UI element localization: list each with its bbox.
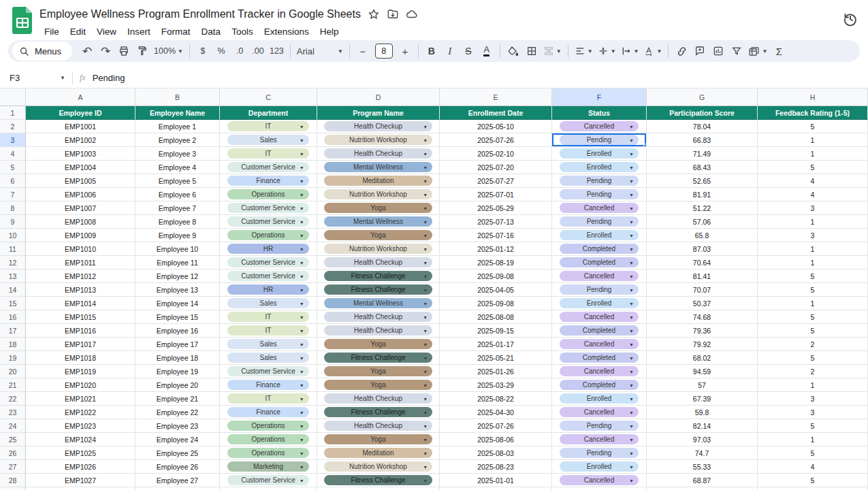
department-pill[interactable]: IT▼ bbox=[227, 393, 308, 404]
cell-H26-feedback-rating[interactable]: 5 bbox=[758, 446, 868, 460]
cell-C27-department[interactable]: Marketing▼ bbox=[220, 460, 317, 474]
percent-format-button[interactable]: % bbox=[212, 42, 230, 60]
cell-D4-program[interactable]: Health Checkup▼ bbox=[317, 147, 440, 161]
program-pill[interactable]: Nutrition Workshop▼ bbox=[324, 461, 432, 472]
document-title[interactable]: Employee Wellness Program Enrollment Tra… bbox=[39, 8, 361, 20]
functions-button[interactable]: Σ bbox=[770, 42, 788, 60]
department-pill[interactable]: Customer Service▼ bbox=[227, 162, 308, 172]
cell-F13-status[interactable]: Cancelled▼ bbox=[552, 270, 647, 283]
program-pill[interactable]: Health Checkup▼ bbox=[324, 312, 432, 322]
cell-G26-participation-score[interactable]: 74.7 bbox=[647, 446, 758, 460]
program-pill[interactable]: Health Checkup▼ bbox=[324, 393, 432, 404]
cell-H12-feedback-rating[interactable]: 1 bbox=[758, 256, 868, 270]
department-pill[interactable]: Customer Service▼ bbox=[227, 203, 308, 213]
cell-C19-department[interactable]: Sales▼ bbox=[220, 351, 317, 365]
program-pill[interactable]: Health Checkup▼ bbox=[324, 148, 432, 159]
program-pill[interactable]: Yoga▼ bbox=[324, 203, 432, 213]
row-header-18[interactable]: 18 bbox=[0, 338, 26, 351]
cell-D17-program[interactable]: Health Checkup▼ bbox=[317, 324, 440, 338]
cell-D9-program[interactable]: Mental Wellness▼ bbox=[317, 215, 440, 229]
cell-H4-feedback-rating[interactable]: 1 bbox=[758, 147, 868, 161]
cell-B25-employee-name[interactable]: Employee 24 bbox=[135, 433, 220, 446]
cell-F28-status[interactable]: Cancelled▼ bbox=[552, 474, 647, 487]
cell-C9-department[interactable]: Customer Service▼ bbox=[220, 215, 317, 229]
row-header-1[interactable]: 1 bbox=[0, 106, 26, 120]
column-header-D[interactable]: D bbox=[317, 88, 440, 106]
column-header-B[interactable]: B bbox=[135, 88, 220, 106]
cell-F20-status[interactable]: Cancelled▼ bbox=[552, 365, 647, 378]
cell-C6-department[interactable]: Finance▼ bbox=[220, 174, 317, 188]
bold-button[interactable]: B bbox=[423, 42, 440, 60]
column-header-A[interactable]: A bbox=[26, 88, 135, 106]
font-size-input[interactable]: 8 bbox=[375, 44, 393, 59]
department-pill[interactable]: IT▼ bbox=[227, 148, 308, 159]
cell-B17-employee-name[interactable]: Employee 16 bbox=[135, 324, 220, 338]
program-pill[interactable]: Yoga▼ bbox=[324, 230, 432, 240]
program-pill[interactable]: Yoga▼ bbox=[324, 380, 432, 390]
row-header-7[interactable]: 7 bbox=[0, 188, 26, 201]
cell-F2-status[interactable]: Cancelled▼ bbox=[552, 120, 647, 133]
menu-view[interactable]: View bbox=[92, 25, 121, 38]
cell-F25-status[interactable]: Cancelled▼ bbox=[552, 433, 647, 446]
program-pill[interactable]: Health Checkup▼ bbox=[324, 121, 432, 131]
program-pill[interactable]: Fitness Challenge▼ bbox=[324, 284, 432, 295]
cell-G17-participation-score[interactable]: 79.36 bbox=[647, 324, 758, 338]
cell-B9-employee-name[interactable]: Employee 8 bbox=[135, 215, 220, 229]
cell-H27-feedback-rating[interactable]: 4 bbox=[758, 460, 868, 474]
department-pill[interactable]: Customer Service▼ bbox=[227, 271, 308, 281]
cell-C13-department[interactable]: Customer Service▼ bbox=[220, 270, 317, 283]
cell-H18-feedback-rating[interactable]: 2 bbox=[758, 338, 868, 351]
department-pill[interactable]: Finance▼ bbox=[227, 176, 308, 186]
cell-D20-program[interactable]: Yoga▼ bbox=[317, 365, 440, 378]
cell-D16-program[interactable]: Health Checkup▼ bbox=[317, 310, 440, 324]
cell-E1-header[interactable]: Enrollment Date bbox=[440, 106, 552, 120]
cell-C17-department[interactable]: IT▼ bbox=[220, 324, 317, 338]
status-pill[interactable]: Enrolled▼ bbox=[560, 162, 639, 172]
status-pill[interactable]: Enrolled▼ bbox=[560, 461, 639, 472]
cell-A29[interactable] bbox=[26, 487, 135, 490]
cell-A17-employee-id[interactable]: EMP1016 bbox=[26, 324, 135, 338]
status-pill[interactable]: Enrolled▼ bbox=[560, 230, 639, 240]
cell-A20-employee-id[interactable]: EMP1019 bbox=[26, 365, 135, 378]
cell-G1-header[interactable]: Participation Score bbox=[647, 106, 758, 120]
status-pill[interactable]: Completed▼ bbox=[560, 353, 639, 363]
cell-A26-employee-id[interactable]: EMP1025 bbox=[26, 446, 135, 460]
cell-G7-participation-score[interactable]: 81.91 bbox=[647, 188, 758, 201]
status-pill[interactable]: Completed▼ bbox=[560, 244, 639, 254]
cell-B22-employee-name[interactable]: Employee 21 bbox=[135, 392, 220, 406]
cell-A3-employee-id[interactable]: EMP1002 bbox=[26, 133, 135, 147]
cell-E4-enrollment-date[interactable]: 2025-02-10 bbox=[440, 147, 552, 161]
cell-F27-status[interactable]: Enrolled▼ bbox=[552, 460, 647, 474]
vertical-align-button[interactable]: ▼ bbox=[596, 42, 618, 60]
row-header-17[interactable]: 17 bbox=[0, 324, 26, 338]
menu-extensions[interactable]: Extensions bbox=[259, 25, 314, 38]
menus-search[interactable]: Menus bbox=[12, 42, 72, 61]
cell-B10-employee-name[interactable]: Employee 9 bbox=[135, 229, 220, 242]
cell-A18-employee-id[interactable]: EMP1017 bbox=[26, 338, 135, 351]
decrease-decimal-button[interactable]: .0 bbox=[231, 42, 248, 60]
program-pill[interactable]: Fitness Challenge▼ bbox=[324, 475, 432, 485]
cell-H16-feedback-rating[interactable]: 5 bbox=[758, 310, 868, 324]
cell-F11-status[interactable]: Completed▼ bbox=[552, 242, 647, 256]
cell-H5-feedback-rating[interactable]: 5 bbox=[758, 161, 868, 174]
increase-decimal-button[interactable]: .00 bbox=[249, 42, 267, 60]
status-pill[interactable]: Completed▼ bbox=[560, 380, 639, 390]
row-header-25[interactable]: 25 bbox=[0, 433, 26, 446]
version-history-icon[interactable] bbox=[842, 11, 858, 27]
cell-B14-employee-name[interactable]: Employee 13 bbox=[135, 283, 220, 297]
cell-A14-employee-id[interactable]: EMP1013 bbox=[26, 283, 135, 297]
cell-C24-department[interactable]: Operations▼ bbox=[220, 419, 317, 433]
cell-H29[interactable] bbox=[758, 487, 868, 490]
cell-H14-feedback-rating[interactable]: 5 bbox=[758, 283, 868, 297]
program-pill[interactable]: Mental Wellness▼ bbox=[324, 162, 432, 172]
cell-H15-feedback-rating[interactable]: 1 bbox=[758, 297, 868, 310]
department-pill[interactable]: Operations▼ bbox=[227, 421, 308, 431]
program-pill[interactable]: Mental Wellness▼ bbox=[324, 298, 432, 308]
cell-B13-employee-name[interactable]: Employee 12 bbox=[135, 270, 220, 283]
cell-C18-department[interactable]: Sales▼ bbox=[220, 338, 317, 351]
cell-F21-status[interactable]: Completed▼ bbox=[552, 378, 647, 392]
cell-D6-program[interactable]: Meditation▼ bbox=[317, 174, 440, 188]
cell-A15-employee-id[interactable]: EMP1014 bbox=[26, 297, 135, 310]
text-color-button[interactable]: A bbox=[478, 42, 496, 60]
cell-C16-department[interactable]: IT▼ bbox=[220, 310, 317, 324]
